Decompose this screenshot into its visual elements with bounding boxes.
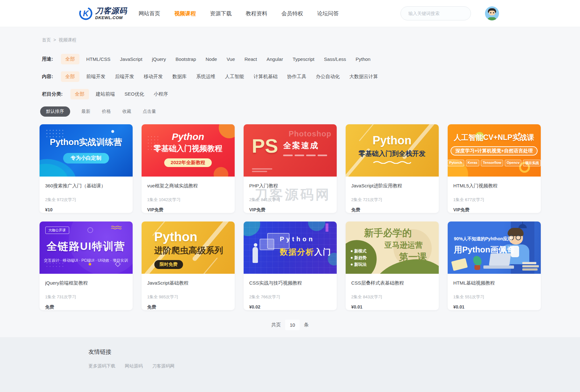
course-thumbnail: Photoshop PS 全案速成: [244, 124, 337, 177]
course-card[interactable]: 大咖公开课 全链路UI特训营 交互设计 · 移动端UI · PC端UI · UI…: [40, 221, 133, 310]
course-price: ¥0.02: [249, 304, 331, 309]
sort-option-newest[interactable]: 最新: [82, 109, 91, 114]
filter-label: 内容:: [42, 74, 53, 80]
course-price: ¥0.01: [453, 304, 535, 309]
svg-text:K: K: [83, 9, 89, 18]
books-illustration: [522, 261, 539, 271]
course-price: VIP免费: [249, 207, 331, 213]
filter-option[interactable]: 协作工具: [287, 74, 306, 80]
filter-option-all[interactable]: 全部: [70, 89, 89, 99]
thumb-tag: Tensorflow: [481, 160, 503, 166]
filter-option-all[interactable]: 全部: [61, 54, 79, 64]
person-illustration: [254, 243, 257, 247]
logo-domain: DKEWL.COM: [95, 16, 127, 20]
course-title: JavaScript进阶应用教程: [351, 183, 433, 189]
page-count-value: 10: [285, 320, 300, 330]
filter-option[interactable]: 后端开发: [115, 74, 134, 80]
nav-item-membership[interactable]: 会员特权: [282, 10, 303, 17]
course-card[interactable]: Python 数据分析入门 CSS实战与技巧视频教程 2集全 766次学习 ¥0…: [244, 221, 337, 310]
main-nav: 网站首页 视频课程 资源下载 教程资料 会员特权 论坛问答: [139, 10, 339, 17]
sort-option-default[interactable]: 默认排序: [40, 106, 70, 117]
course-thumbnail: 人工智能CV+NLP实战课 深度学习+计算机视觉+自然语言处理 Pytorch …: [448, 124, 541, 177]
course-grid: Python实战训练营 专为小白定制 360搜索推广入门（基础课） 2集全 97…: [40, 124, 541, 310]
filter-option[interactable]: Typescript: [293, 56, 314, 62]
user-avatar[interactable]: [485, 6, 499, 20]
filter-option[interactable]: jQuery: [152, 56, 166, 62]
person-illustration: [253, 247, 258, 263]
nav-item-forum[interactable]: 论坛问答: [317, 10, 339, 17]
course-card[interactable]: 人工智能CV+NLP实战课 深度学习+计算机视觉+自然语言处理 Pytorch …: [448, 124, 541, 213]
course-meta: 2集全 766次学习: [249, 294, 331, 300]
course-title: HTML5入门视频教程: [453, 183, 535, 189]
course-card[interactable]: 90%人不知道的Pyhthon应用 用Python画佩奇 HTML基础视频教程 …: [448, 221, 541, 310]
filter-option[interactable]: 系统运维: [196, 74, 216, 80]
course-card[interactable]: Python实战训练营 专为小白定制 360搜索推广入门（基础课） 2集全 97…: [40, 124, 133, 213]
filter-option[interactable]: 建站前端: [96, 91, 115, 97]
course-meta: 2集全 843次学习: [351, 294, 433, 300]
course-price: ¥0.01: [351, 304, 433, 309]
nav-item-video-courses[interactable]: 视频课程: [174, 10, 196, 17]
filter-option[interactable]: 大数据云计算: [349, 74, 378, 80]
screen-illustration: [260, 239, 274, 250]
logo-title: 刀客源码: [95, 7, 127, 15]
filter-row-usage: 用途: 全部 HTML/CSS JavaScript jQuery Bootst…: [42, 54, 541, 64]
course-card[interactable]: Python 进阶爬虫高级系列 限时免费 JavaScript基础教程 1集全 …: [142, 221, 235, 310]
filter-option[interactable]: Angular: [267, 56, 283, 62]
pagination-suffix: 条: [304, 322, 309, 328]
filter-option[interactable]: Bootstrap: [176, 56, 196, 62]
course-title: vue框架之商城实战教程: [147, 183, 229, 189]
filter-option[interactable]: React: [245, 56, 257, 62]
sort-option-favorites[interactable]: 收藏: [122, 109, 131, 114]
footer-link[interactable]: 网站源码: [125, 363, 143, 369]
course-meta: 1集全 731次学习: [45, 294, 127, 300]
course-thumbnail: 大咖公开课 全链路UI特训营 交互设计 · 移动端UI · PC端UI · UI…: [40, 221, 133, 274]
filter-option[interactable]: Vue: [227, 56, 235, 62]
nav-item-tutorials[interactable]: 教程资料: [246, 10, 268, 17]
thumb-tag: Opencv: [505, 160, 521, 166]
course-price: VIP免费: [453, 207, 535, 213]
filter-option[interactable]: 移动开发: [144, 74, 163, 80]
filter-row-category: 栏目分类: 全部 建站前端 SEO优化 小程序: [42, 89, 541, 99]
filter-option[interactable]: Node: [206, 56, 217, 62]
breadcrumb: 首页 > 视频课程: [40, 37, 541, 43]
nav-item-downloads[interactable]: 资源下载: [210, 10, 232, 17]
filter-option-all[interactable]: 全部: [61, 71, 79, 82]
course-thumbnail: Python 数据分析入门: [244, 221, 337, 274]
filter-option[interactable]: 计算机基础: [254, 74, 278, 80]
filter-option[interactable]: 办公自动化: [316, 74, 340, 80]
course-card[interactable]: Python 零基础入门到全栈开发 JavaScript进阶应用教程 2集全 7…: [346, 124, 439, 213]
nav-item-home[interactable]: 网站首页: [139, 10, 160, 17]
breadcrumb-home[interactable]: 首页: [42, 37, 51, 43]
filter-option[interactable]: 数据库: [173, 74, 187, 80]
filter-option[interactable]: 前端开发: [86, 74, 106, 80]
filter-option[interactable]: 人工智能: [225, 74, 244, 80]
course-title: 360搜索推广入门（基础课）: [45, 183, 127, 189]
plant-illustration: [473, 256, 481, 265]
course-thumbnail: Python 零基础入门到全栈开发: [346, 124, 439, 177]
filter-option[interactable]: SEO优化: [125, 91, 144, 97]
laptop-illustration: [489, 253, 511, 265]
course-card[interactable]: 新手必学的 亚马逊运营 第一课 新模式 新趋势 新玩法 CSS层叠样式表基础教程…: [346, 221, 439, 310]
search-input[interactable]: [408, 11, 463, 16]
course-card[interactable]: Photoshop PS 全案速成 PHP入: [244, 124, 337, 213]
logo-icon: K: [78, 6, 93, 21]
filter-option[interactable]: Sass/Less: [324, 56, 346, 62]
filter-option[interactable]: Python: [356, 56, 371, 62]
thumb-tag: 项目实战: [523, 160, 540, 166]
footer-link[interactable]: 刀客源码网: [152, 363, 175, 369]
course-card[interactable]: Python 零基础入门视频教程 2022年全新教程 vue框架之商城实战教程 …: [142, 124, 235, 213]
course-price: 免费: [351, 207, 433, 213]
avatar-face: [489, 11, 495, 15]
course-price: 免费: [147, 304, 229, 310]
filter-option[interactable]: HTML/CSS: [86, 56, 111, 62]
course-meta: 1集全 677次学习: [453, 197, 535, 203]
sort-option-price[interactable]: 价格: [102, 109, 111, 114]
footer-link[interactable]: 更多源码下载: [89, 363, 115, 369]
course-title: PHP入门教程: [249, 183, 331, 189]
site-logo[interactable]: K 刀客源码 DKEWL.COM: [78, 6, 127, 21]
filter-option[interactable]: 小程序: [154, 91, 168, 97]
course-title: JavaScript基础教程: [147, 280, 229, 286]
filter-option[interactable]: JavaScript: [120, 56, 142, 62]
filter-row-content: 内容: 全部 前端开发 后端开发 移动开发 数据库 系统运维 人工智能 计算机基…: [42, 71, 541, 82]
sort-option-clicks[interactable]: 点击量: [143, 109, 156, 114]
